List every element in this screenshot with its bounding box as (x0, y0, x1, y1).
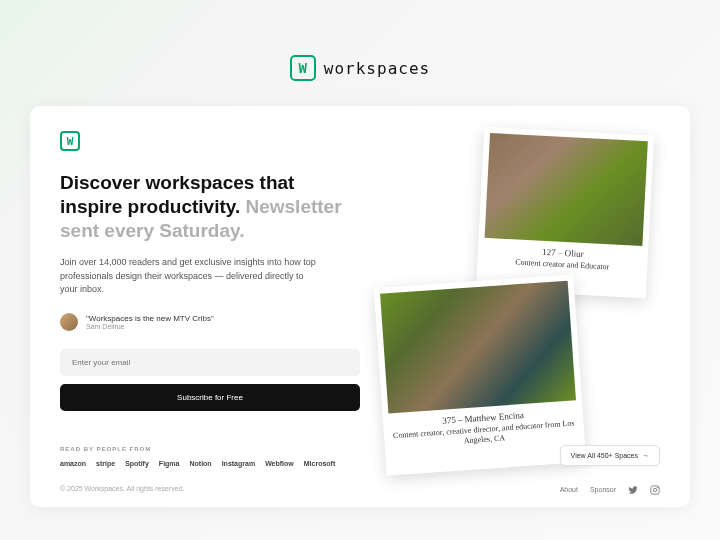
brand-name: workspaces (324, 59, 430, 78)
headline: Discover workspaces that inspire product… (60, 171, 360, 242)
card-logo-icon: W (60, 131, 80, 151)
testimonial-quote: "Workspaces is the new MTV Cribs" (86, 314, 214, 323)
footer-sponsor[interactable]: Sponsor (590, 486, 616, 493)
footer-about[interactable]: About (560, 486, 578, 493)
svg-point-2 (657, 487, 658, 488)
polaroid-2: 375 – Matthew Encina Content creator, cr… (374, 274, 587, 476)
copyright: © 2025 Workspaces. All rights reserved. (60, 485, 360, 492)
email-field[interactable] (60, 349, 360, 376)
polaroid-1-image (485, 133, 648, 246)
view-all-label: View All 450+ Spaces (571, 452, 638, 459)
logo-icon: W (290, 55, 316, 81)
logo-instagram: Instagram (222, 460, 255, 467)
logo-spotify: Spotify (125, 460, 149, 467)
twitter-icon[interactable] (628, 485, 638, 495)
footer-nav: About Sponsor (560, 485, 660, 495)
readby-label: READ BY PEOPLE FROM (60, 446, 360, 452)
arrow-right-icon: → (642, 452, 649, 459)
svg-point-1 (653, 488, 656, 491)
view-all-button[interactable]: View All 450+ Spaces → (560, 445, 660, 466)
company-logos: amazon stripe Spotify Figma Notion Insta… (60, 460, 360, 467)
testimonial-author: Sam Dellrue (86, 323, 214, 330)
avatar (60, 313, 78, 331)
polaroid-1: 127 – Oliur Content creator and Educator (476, 127, 654, 299)
main-card: W Discover workspaces that inspire produ… (30, 106, 690, 507)
polaroid-area: 127 – Oliur Content creator and Educator… (380, 131, 660, 461)
subtext: Join over 14,000 readers and get exclusi… (60, 256, 320, 297)
logo-webflow: Webflow (265, 460, 294, 467)
logo-stripe: stripe (96, 460, 115, 467)
brand-header: W workspaces (290, 55, 430, 81)
instagram-icon[interactable] (650, 485, 660, 495)
logo-amazon: amazon (60, 460, 86, 467)
logo-notion: Notion (189, 460, 211, 467)
testimonial: "Workspaces is the new MTV Cribs" Sam De… (60, 313, 360, 331)
logo-microsoft: Microsoft (304, 460, 336, 467)
logo-figma: Figma (159, 460, 180, 467)
subscribe-button[interactable]: Subscribe for Free (60, 384, 360, 411)
polaroid-2-image (380, 281, 576, 414)
